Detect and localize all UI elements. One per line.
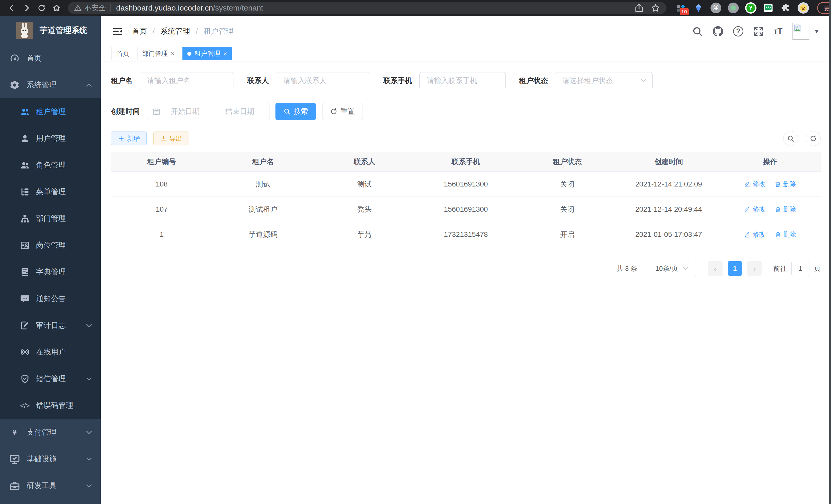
badge-icon bbox=[20, 240, 30, 250]
avatar-dropdown-caret-icon[interactable]: ▼ bbox=[813, 28, 820, 35]
broken-image-icon bbox=[794, 24, 801, 32]
delete-link[interactable]: 删除 bbox=[775, 180, 796, 188]
refresh-table-button[interactable] bbox=[806, 131, 821, 146]
search-button[interactable]: 搜索 bbox=[276, 103, 316, 120]
current-page-button[interactable]: 1 bbox=[728, 261, 742, 276]
breadcrumb-system-management[interactable]: 系统管理 bbox=[160, 26, 190, 36]
sidebar-item-dictionary-management[interactable]: 字典管理 bbox=[0, 259, 101, 286]
browser-back-button[interactable] bbox=[6, 2, 18, 13]
close-icon[interactable]: × bbox=[223, 51, 227, 57]
tenant-name-input[interactable] bbox=[140, 72, 234, 89]
sidebar-item-home[interactable]: 首页 bbox=[0, 45, 101, 72]
column-header: 创建时间 bbox=[618, 157, 719, 167]
breadcrumb-home[interactable]: 首页 bbox=[132, 26, 147, 36]
window-right-edge bbox=[829, 0, 831, 504]
cell-status: 开启 bbox=[516, 230, 618, 239]
sidebar-collapse-icon[interactable] bbox=[112, 26, 123, 37]
extension-grid-icon[interactable]: 10 bbox=[675, 2, 687, 13]
sidebar-item-error-code-management[interactable]: </> 错误码管理 bbox=[0, 392, 101, 419]
edit-link[interactable]: 修改 bbox=[744, 205, 766, 213]
delete-link[interactable]: 删除 bbox=[775, 230, 796, 239]
extensions-puzzle-icon[interactable] bbox=[780, 2, 792, 13]
extension-command-icon[interactable]: ⌘ bbox=[710, 2, 721, 13]
browser-forward-button[interactable] bbox=[21, 2, 32, 13]
sidebar-item-payment-management[interactable]: ¥ 支付管理 bbox=[0, 419, 101, 446]
tab-home[interactable]: 首页 bbox=[112, 47, 134, 60]
github-icon[interactable] bbox=[713, 26, 723, 37]
create-time-range-picker[interactable]: 开始日期 - 结束日期 bbox=[147, 103, 270, 120]
cell-tenant-id: 107 bbox=[111, 205, 212, 213]
sidebar-item-user-management[interactable]: 用户管理 bbox=[0, 125, 101, 152]
sidebar-item-online-users[interactable]: 在线用户 bbox=[0, 339, 101, 365]
browser-reload-button[interactable] bbox=[36, 2, 47, 13]
app-logo bbox=[16, 22, 33, 39]
extension-y-icon[interactable]: Y bbox=[745, 2, 756, 13]
sidebar-item-audit-log[interactable]: 审计日志 bbox=[0, 312, 101, 339]
sidebar-item-sms-management[interactable]: 短信管理 bbox=[0, 365, 101, 392]
add-button[interactable]: 新增 bbox=[111, 131, 147, 145]
goto-page-input[interactable] bbox=[792, 261, 809, 276]
cell-status: 关闭 bbox=[516, 205, 618, 214]
bookmark-star-icon[interactable] bbox=[651, 3, 660, 13]
not-secure-warning-icon bbox=[74, 4, 82, 12]
sidebar-item-infrastructure[interactable]: 基础设施 bbox=[0, 446, 101, 472]
avatar[interactable] bbox=[793, 23, 809, 40]
table-row: 107 测试租户 秃头 15601691300 关闭 2021-12-14 20… bbox=[111, 197, 821, 222]
tab-department-management[interactable]: 部门管理 × bbox=[137, 47, 179, 60]
fullscreen-icon[interactable] bbox=[753, 26, 764, 37]
edit-link[interactable]: 修改 bbox=[744, 230, 766, 239]
edit-link[interactable]: 修改 bbox=[744, 180, 766, 188]
sidebar-item-system-management[interactable]: 系统管理 bbox=[0, 72, 101, 98]
contact-input[interactable] bbox=[276, 72, 370, 89]
extension-dot-icon[interactable] bbox=[728, 2, 739, 13]
sidebar: 芋道管理系统 首页 系统管理 租户管理 用户管理 角色管理 bbox=[0, 16, 101, 504]
sidebar-item-dev-tools[interactable]: 研发工具 bbox=[0, 472, 101, 499]
sidebar-item-menu-management[interactable]: 菜单管理 bbox=[0, 179, 101, 205]
column-header: 租户状态 bbox=[516, 157, 618, 167]
close-icon[interactable]: × bbox=[171, 51, 174, 57]
sidebar-item-department-management[interactable]: 部门管理 bbox=[0, 205, 101, 232]
export-button[interactable]: 导出 bbox=[153, 131, 189, 145]
next-page-button[interactable]: › bbox=[747, 261, 762, 276]
refresh-icon bbox=[330, 108, 337, 115]
tags-view-bar: 首页 部门管理 × 租户管理 × bbox=[101, 47, 831, 61]
cell-tenant-name: 测试租户 bbox=[212, 205, 314, 214]
tenant-status-select[interactable]: 请选择租户状态 bbox=[555, 72, 653, 89]
code-icon: </> bbox=[20, 402, 30, 410]
search-icon[interactable] bbox=[692, 26, 703, 37]
cell-mobile: 15601691300 bbox=[415, 205, 517, 213]
filter-row-2: 创建时间 开始日期 - 结束日期 搜索 重置 bbox=[111, 103, 821, 120]
app-title: 芋道管理系统 bbox=[39, 25, 87, 36]
date-range-separator: - bbox=[210, 108, 215, 116]
address-bar[interactable]: 不安全 dashboard.yudao.iocoder.cn/system/te… bbox=[68, 2, 666, 14]
share-icon[interactable] bbox=[634, 3, 644, 13]
delete-link[interactable]: 删除 bbox=[775, 205, 796, 213]
mobile-label: 联系手机 bbox=[383, 76, 412, 86]
calendar-icon bbox=[152, 108, 161, 116]
prev-page-button[interactable]: ‹ bbox=[708, 261, 722, 276]
sidebar-item-announcement[interactable]: 通知公告 bbox=[0, 286, 101, 312]
table-row: 108 测试 测试 15601691300 关闭 2021-12-14 21:0… bbox=[111, 172, 821, 197]
toggle-search-button[interactable] bbox=[783, 131, 798, 146]
extension-gem-icon[interactable] bbox=[693, 2, 704, 13]
sidebar-item-role-management[interactable]: 角色管理 bbox=[0, 152, 101, 179]
announcement-icon bbox=[20, 294, 30, 304]
page-size-select[interactable]: 10条/页 bbox=[646, 261, 696, 276]
reset-button[interactable]: 重置 bbox=[322, 103, 363, 120]
tab-tenant-management[interactable]: 租户管理 × bbox=[182, 47, 232, 60]
mobile-input[interactable] bbox=[419, 72, 506, 89]
extension-chat-icon[interactable] bbox=[763, 2, 774, 13]
online-users-icon bbox=[20, 347, 30, 357]
audit-log-icon bbox=[20, 321, 30, 330]
font-size-icon[interactable]: тT bbox=[774, 26, 782, 36]
search-icon bbox=[283, 108, 291, 115]
table-header-row: 租户编号 租户名 联系人 联系手机 租户状态 创建时间 操作 bbox=[111, 152, 821, 172]
sidebar-item-tenant-management[interactable]: 租户管理 bbox=[0, 98, 101, 125]
pencil-icon bbox=[744, 206, 750, 212]
profile-avatar-icon[interactable] bbox=[798, 2, 809, 13]
sidebar-item-post-management[interactable]: 岗位管理 bbox=[0, 232, 101, 259]
app-logo-row[interactable]: 芋道管理系统 bbox=[0, 16, 101, 39]
goto-label: 前往 bbox=[773, 264, 787, 273]
browser-home-button[interactable] bbox=[51, 2, 62, 13]
help-icon[interactable]: ? bbox=[733, 26, 743, 36]
